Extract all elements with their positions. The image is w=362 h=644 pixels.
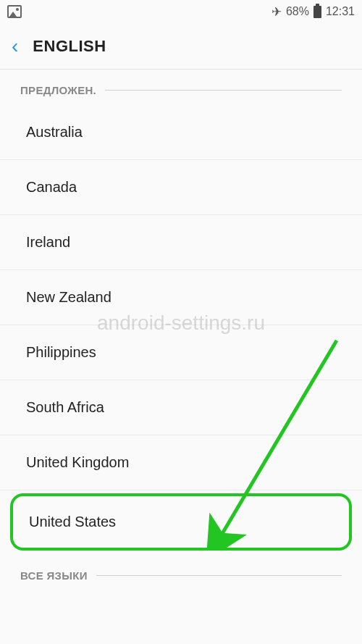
- section-header-all: ВСЕ ЯЗЫКИ: [0, 555, 362, 590]
- airplane-mode-icon: ✈: [272, 4, 282, 20]
- list-item[interactable]: Ireland: [0, 215, 362, 270]
- section-header-suggested: ПРЕДЛОЖЕН.: [0, 70, 362, 105]
- clock-time: 12:31: [326, 5, 355, 18]
- page-title: ENGLISH: [33, 37, 106, 56]
- status-right: ✈ 68% 12:31: [272, 4, 355, 20]
- list-item[interactable]: Canada: [0, 160, 362, 215]
- list-item-highlighted[interactable]: United States: [10, 493, 352, 551]
- back-icon[interactable]: ‹: [12, 36, 18, 57]
- battery-percent: 68%: [286, 5, 309, 18]
- list-item[interactable]: Australia: [0, 105, 362, 160]
- section-title-all: ВСЕ ЯЗЫКИ: [20, 569, 88, 582]
- status-left: [7, 5, 22, 18]
- picture-icon: [7, 5, 22, 18]
- status-bar: ✈ 68% 12:31: [0, 0, 362, 23]
- list-item[interactable]: United Kingdom: [0, 435, 362, 490]
- list-item[interactable]: New Zealand: [0, 270, 362, 325]
- divider: [105, 90, 342, 91]
- section-title-suggested: ПРЕДЛОЖЕН.: [20, 84, 96, 96]
- app-bar: ‹ ENGLISH: [0, 23, 362, 70]
- battery-icon: [313, 6, 321, 18]
- divider: [96, 575, 342, 576]
- list-item[interactable]: Philippines: [0, 325, 362, 380]
- list-item[interactable]: South Africa: [0, 380, 362, 435]
